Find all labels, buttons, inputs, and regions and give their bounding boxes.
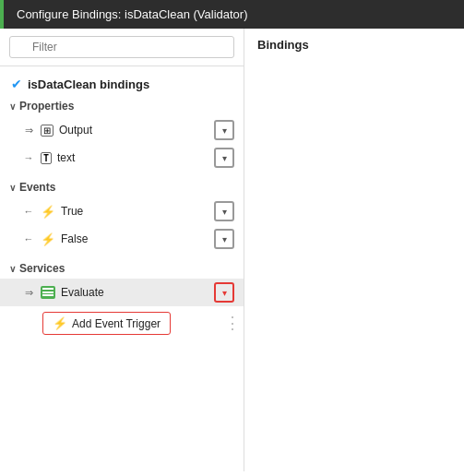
true-label: True	[61, 205, 208, 218]
false-label: False	[61, 232, 208, 245]
false-item[interactable]: ← ⚡ False ▾	[0, 225, 244, 253]
add-event-trigger-label: Add Event Trigger	[72, 317, 161, 330]
text-type-icon: T	[41, 152, 52, 164]
filter-input[interactable]	[9, 36, 234, 58]
events-label: Events	[19, 181, 55, 194]
properties-section-header[interactable]: ∨ Properties	[0, 96, 244, 116]
output-type-icon: ⊞	[41, 125, 54, 137]
output-arrow-icon: ⇒	[22, 125, 35, 137]
output-label: Output	[59, 124, 208, 137]
services-label: Services	[19, 262, 65, 275]
vertical-dots: ⋮	[224, 313, 242, 333]
false-lightning-icon: ⚡	[41, 232, 55, 246]
text-dropdown[interactable]: ▾	[214, 148, 234, 168]
filter-bar: ▼	[0, 29, 244, 66]
tree-content: ✔ isDataClean bindings ∨ Properties ⇒ ⊞ …	[0, 66, 244, 471]
events-section-header[interactable]: ∨ Events	[0, 177, 244, 197]
properties-label: Properties	[19, 100, 74, 113]
events-chevron: ∨	[9, 183, 16, 193]
title-bar: Configure Bindings: isDataClean (Validat…	[0, 0, 464, 29]
right-panel: Bindings	[244, 29, 464, 471]
evaluate-service-icon	[41, 286, 55, 299]
evaluate-arrow-icon: ⇒	[22, 287, 35, 299]
true-item[interactable]: ← ⚡ True ▾	[0, 197, 244, 225]
add-event-trigger-button[interactable]: ⚡ Add Event Trigger	[42, 312, 171, 335]
evaluate-label: Evaluate	[61, 286, 208, 299]
false-dropdown[interactable]: ▾	[214, 229, 234, 249]
title-bar-label: Configure Bindings: isDataClean (Validat…	[17, 7, 248, 21]
false-arrow-icon: ←	[22, 233, 35, 244]
binding-header-label: isDataClean bindings	[28, 77, 149, 91]
add-event-trigger-wrapper: ⚡ Add Event Trigger ⋮	[0, 306, 244, 339]
right-panel-title: Bindings	[257, 38, 309, 52]
properties-chevron: ∨	[9, 101, 16, 112]
true-lightning-icon: ⚡	[41, 205, 55, 219]
add-event-lightning-icon: ⚡	[53, 316, 67, 330]
true-dropdown[interactable]: ▾	[214, 201, 234, 221]
text-item[interactable]: → T text ▾	[0, 144, 244, 172]
services-chevron: ∨	[9, 264, 16, 274]
text-arrow-icon: →	[22, 152, 35, 163]
check-icon: ✔	[11, 77, 22, 91]
services-section-header[interactable]: ∨ Services	[0, 258, 244, 279]
text-label: text	[57, 151, 208, 164]
output-item[interactable]: ⇒ ⊞ Output ▾	[0, 116, 244, 144]
evaluate-item[interactable]: ⇒ Evaluate ▾	[0, 279, 244, 306]
binding-header: ✔ isDataClean bindings	[0, 72, 244, 96]
left-panel: ▼ ✔ isDataClean bindings ∨ Properties ⇒ …	[0, 29, 244, 471]
output-dropdown[interactable]: ▾	[214, 120, 234, 140]
evaluate-dropdown[interactable]: ▾	[214, 282, 234, 303]
true-arrow-icon: ←	[22, 206, 35, 217]
